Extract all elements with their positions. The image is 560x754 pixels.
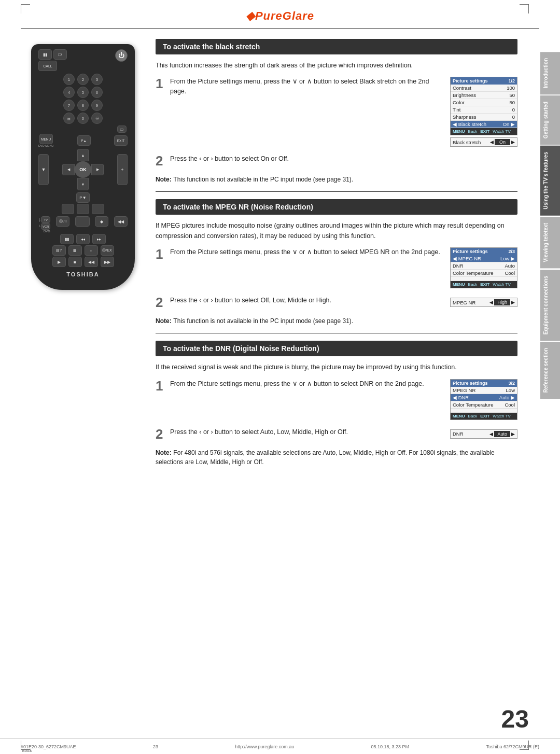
remote-btn-r1[interactable]	[62, 204, 74, 214]
mpeg-nr-intro: If MPEG pictures include mosquito noise …	[156, 221, 517, 241]
note-label-1: Note:	[156, 176, 172, 183]
remote-btn-pdown[interactable]: P▼	[76, 192, 90, 203]
divider-2	[156, 333, 517, 333]
remote-btn-icon-h[interactable]: Ⓧ/EX	[101, 245, 114, 256]
remote-btn-info[interactable]: ♾	[91, 113, 103, 124]
remote-btn-5[interactable]: 5	[77, 87, 89, 98]
footer-date: 05.10.18, 3:23 PM	[371, 744, 410, 749]
tab-reference-section[interactable]: Reference section	[540, 342, 560, 399]
mpeg-step2-text: Press the ‹ or › button to select Off, L…	[170, 296, 445, 305]
remote-btn-cd[interactable]: ⓍI/II	[56, 216, 69, 227]
tab-getting-started[interactable]: Getting started	[540, 95, 560, 145]
remote-btn-subtitle[interactable]: ▤	[63, 113, 75, 124]
remote-btn-pa[interactable]: P▲	[77, 135, 91, 146]
dnr-step1: 1 From the Picture settings menu, press …	[156, 379, 517, 420]
section-header-mpeg-nr: To activate the MPEG NR (Noise Reduction…	[156, 199, 517, 215]
remote-btn-1[interactable]: 1	[63, 74, 75, 85]
tab-viewing-teletext[interactable]: Viewing teletext	[540, 217, 560, 268]
mpeg-step2-num: 2	[156, 296, 167, 309]
note-text-1: This function is not available in the PC…	[173, 176, 353, 183]
pic-single-label-3: DNR	[453, 431, 464, 437]
remote-brand: TOSHIBA	[38, 271, 128, 277]
remote-btn-icon-e[interactable]: ▤?	[52, 245, 66, 256]
page-number: 23	[501, 705, 529, 733]
remote-btn-icon-g[interactable]: ▪	[85, 245, 98, 256]
pic-row-sharpness: Sharpness0	[451, 114, 517, 121]
remote-btn-power[interactable]: ⏻	[115, 49, 128, 62]
dnr-step1-num: 1	[156, 379, 167, 393]
remote-btn-ffw[interactable]: ▶▶	[101, 257, 114, 267]
remote-btn-dvd-menu-label: DVD MENU	[38, 144, 53, 147]
pic-settings-box-2: Picture settings 2/3 ◀ MPEG NRLow ▶ DNRA…	[450, 247, 517, 288]
remote-btn-left[interactable]: ◀	[62, 164, 75, 175]
dnr-row-empty	[451, 409, 517, 413]
remote-btn-vol-up[interactable]: +	[117, 154, 128, 185]
remote-btn-icon2[interactable]: □/	[53, 49, 67, 60]
note-label-2: Note:	[156, 317, 172, 325]
remote-btn-9[interactable]: 9	[91, 100, 103, 111]
black-stretch-step2: 2 Press the ‹ or › button to select On o…	[156, 154, 517, 167]
remote-btn-icon-f[interactable]: ▩	[68, 245, 82, 256]
note-text-3: For 480i and 576i signals, the available…	[156, 449, 495, 466]
remote-btn-prev[interactable]: ◂◂	[76, 234, 90, 244]
pic-single-val-3: Auto	[494, 431, 510, 437]
remote-btn-stop[interactable]: ■	[68, 257, 82, 267]
black-stretch-intro: This function increases the strength of …	[156, 61, 517, 71]
remote-btn-pause[interactable]: ▮▮	[60, 234, 74, 244]
remote-btn-ok[interactable]: OK	[75, 161, 91, 178]
step1-text: From the Picture settings menu, press th…	[170, 77, 445, 96]
remote-btn-r3[interactable]	[92, 204, 104, 214]
remote-btn-up[interactable]: ▲	[77, 149, 89, 161]
remote-btn-rec[interactable]: ▮▮	[38, 49, 52, 60]
pic-box-1-footer: MENUBack EXITWatch TV	[451, 128, 517, 135]
pic-box-3-page: 3/2	[508, 381, 515, 386]
remote-btn-mute[interactable]: ◀◀	[114, 216, 128, 227]
remote-btn-aspect[interactable]: ▭	[117, 125, 127, 133]
pic-single-box-2-wrapper: MPEG NR ◀ High ▶	[450, 296, 517, 307]
pic-box-3-footer: MENUBack EXITWatch TV	[451, 413, 517, 420]
remote-btn-vol-down[interactable]: ▼	[38, 154, 49, 185]
dnr-note: Note: For 480i and 576i signals, the ava…	[156, 448, 517, 467]
sidebar-tabs: Introduction Getting started Using the T…	[540, 52, 560, 399]
step2-text: Press the ‹ or › button to select On or …	[170, 154, 517, 164]
mpeg-nr-step2: 2 Press the ‹ or › button to select Off,…	[156, 296, 517, 309]
remote-btn-next[interactable]: ▸▸	[92, 234, 106, 244]
pic-settings-box-3: Picture settings 3/2 MPEG NRLow ◀ DNRAut…	[450, 379, 517, 420]
tab-equipment-connections[interactable]: Equipment connections	[540, 270, 560, 341]
remote-btn-0[interactable]: 0	[77, 113, 89, 124]
remote-btn-r2[interactable]	[77, 204, 89, 214]
remote-btn-8[interactable]: 8	[77, 100, 89, 111]
pic-single-box-2: MPEG NR ◀ High ▶	[450, 298, 517, 307]
remote-btn-right[interactable]: ▶	[91, 164, 104, 175]
mpeg-step1-text: From the Picture settings menu, press th…	[170, 247, 445, 257]
note-text-2: This function is not available in the PC…	[173, 317, 353, 325]
remote-btn-play[interactable]: ▶	[52, 257, 66, 267]
remote-btn-6[interactable]: 6	[91, 87, 103, 98]
remote-btn-7[interactable]: 7	[63, 100, 75, 111]
footer-page: 23	[153, 744, 158, 749]
remote-btn-tv[interactable]: TV	[41, 216, 50, 223]
remote-btn-down[interactable]: ▼	[77, 178, 89, 190]
mpeg-row-empty	[451, 277, 517, 281]
remote-btn-rew[interactable]: ◀◀	[85, 257, 98, 267]
pic-single-label-1: Black stretch	[453, 139, 481, 145]
corner-decoration-tr	[520, 4, 529, 13]
pic-box-1-page: 1/2	[508, 78, 515, 83]
remote-btn-blank[interactable]	[75, 216, 90, 227]
remote-btn-4[interactable]: 4	[63, 87, 75, 98]
pic-single-label-2: MPEG NR	[453, 300, 475, 305]
dnr-row-mpegnr: MPEG NRLow	[451, 387, 517, 394]
mpeg-row-dnr: DNRAuto	[451, 262, 517, 270]
remote-btn-3[interactable]: 3	[91, 74, 103, 85]
remote-btn-exit[interactable]: EXIT	[114, 135, 128, 146]
black-stretch-step1: 1 From the Picture settings menu, press …	[156, 77, 517, 147]
tab-introduction[interactable]: Introduction	[540, 52, 560, 94]
remote-btn-sound-mode[interactable]: ◆	[95, 216, 108, 227]
remote-btn-menu[interactable]: MENU	[39, 134, 53, 144]
remote-btn-vcr[interactable]: VCR	[41, 223, 50, 230]
pic-single-box-3-wrapper: DNR ◀ Auto ▶	[450, 427, 517, 439]
remote-btn-call[interactable]: CALL	[38, 61, 57, 71]
tab-using-tv-features[interactable]: Using the TV's features	[540, 146, 560, 216]
remote-btn-2[interactable]: 2	[77, 74, 89, 85]
section-header-black-stretch: To activate the black stretch	[156, 39, 517, 54]
